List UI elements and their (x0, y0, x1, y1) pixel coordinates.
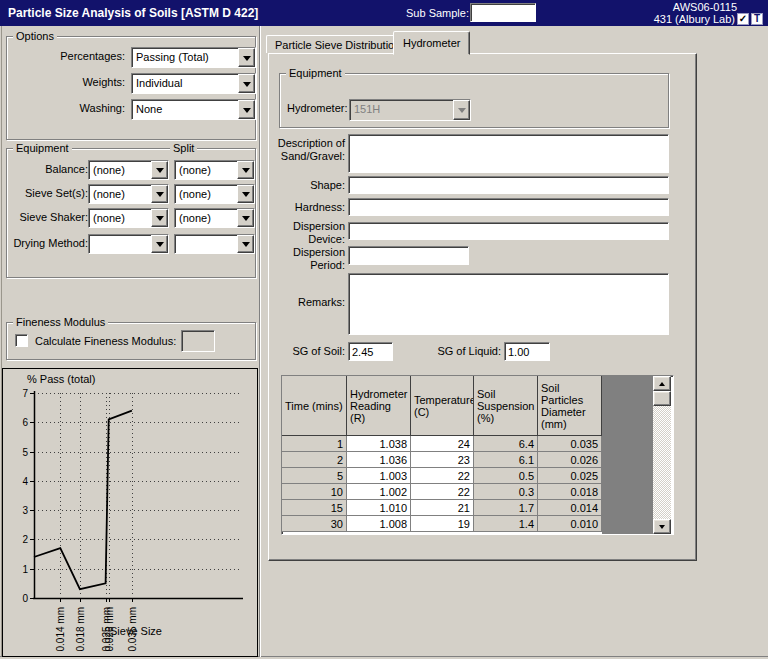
hydrometer-readings-table: Time (mins)Hydrometer Reading (R)Tempera… (281, 375, 674, 535)
table-cell[interactable]: 22 (411, 468, 474, 484)
dropdown-arrow-icon[interactable] (237, 185, 254, 203)
tab-particle-sieve-distribution[interactable]: Particle Sieve Distribution (266, 35, 409, 53)
table-cell: 6.4 (474, 436, 538, 452)
column-header: Soil Suspension (%) (474, 376, 538, 436)
hydrometer-select: 151H (349, 99, 471, 121)
table-cell[interactable]: 21 (411, 500, 474, 516)
hydrometer-table-header: Time (mins)Hydrometer Reading (R)Tempera… (282, 376, 602, 436)
sieve-sets-select[interactable]: (none) (88, 184, 169, 204)
svg-text:Sieve Size: Sieve Size (110, 625, 162, 637)
svg-text:5: 5 (22, 447, 28, 458)
remarks-input[interactable] (348, 273, 669, 335)
dropdown-arrow-icon[interactable] (151, 161, 168, 179)
remarks-label: Remarks: (273, 296, 345, 309)
shape-input[interactable] (348, 176, 669, 194)
balance-split-select[interactable]: (none) (174, 160, 255, 180)
description-label: Description of Sand/Gravel: (273, 137, 345, 163)
drying-method-select[interactable] (88, 234, 169, 254)
table-cell[interactable]: 19 (411, 516, 474, 532)
table-cell: 30 (282, 516, 347, 532)
hardness-input[interactable] (348, 198, 669, 216)
sieve-sets-split-select[interactable]: (none) (174, 184, 255, 204)
sieve-shaker-select[interactable]: (none) (88, 208, 169, 228)
table-cell[interactable]: 1.036 (347, 452, 411, 468)
dropdown-arrow-icon[interactable] (238, 48, 255, 67)
sieve-shaker-label: Sieve Shaker: (9, 211, 88, 224)
svg-text:1: 1 (22, 564, 28, 575)
hydrometer-label: Hydrometer: (287, 102, 351, 115)
drying-method-split-select[interactable] (174, 234, 255, 254)
sg-soil-label: SG of Soil: (279, 345, 345, 358)
dropdown-arrow-icon[interactable] (237, 209, 254, 227)
svg-text:7: 7 (22, 388, 28, 399)
dropdown-arrow-icon[interactable] (238, 100, 255, 119)
panel-divider-highlight (260, 26, 261, 657)
table-cell[interactable]: 1.008 (347, 516, 411, 532)
lab-id-text: 431 (Albury Lab) (654, 13, 735, 25)
dropdown-arrow-icon[interactable] (238, 74, 255, 93)
split-legend: Split (170, 143, 197, 154)
table-cell[interactable]: 1.010 (347, 500, 411, 516)
scrollbar-track[interactable] (653, 406, 671, 519)
column-header: Hydrometer Reading (R) (347, 376, 411, 436)
dispersion-device-input[interactable] (348, 222, 669, 240)
chart-canvas: % Pass (total)012345670.014 mm0.018 mm0.… (3, 369, 257, 658)
checked-checkbox-icon[interactable]: ✓ (737, 13, 749, 25)
dropdown-arrow-icon[interactable] (151, 209, 168, 227)
sieve-sets-value: (none) (89, 185, 151, 203)
dropdown-arrow-icon[interactable] (237, 161, 254, 179)
page-title: Particle Size Analysis of Soils [ASTM D … (8, 6, 258, 20)
description-input[interactable] (348, 134, 669, 173)
table-cell[interactable]: 1.003 (347, 468, 411, 484)
sg-liquid-input[interactable] (504, 342, 550, 361)
table-cell: 6.1 (474, 452, 538, 468)
table-cell: 0.3 (474, 484, 538, 500)
equipment-legend: Equipment (13, 143, 72, 154)
table-cell[interactable]: 1.002 (347, 484, 411, 500)
text-note-icon[interactable]: T (751, 13, 763, 25)
hydrometer-equipment-legend: Equipment (286, 68, 345, 79)
svg-text:6: 6 (22, 417, 28, 428)
table-cell: 15 (282, 500, 347, 516)
table-cell: 0.035 (538, 436, 602, 452)
sg-liquid-label: SG of Liquid: (414, 345, 501, 358)
washing-select[interactable]: None (131, 99, 256, 120)
weights-select[interactable]: Individual (131, 73, 256, 94)
table-cell[interactable]: 23 (411, 452, 474, 468)
percentages-select[interactable]: Passing (Total) (131, 47, 256, 68)
table-cell: 5 (282, 468, 347, 484)
scroll-up-button[interactable] (653, 376, 671, 391)
table-cell[interactable]: 1.038 (347, 436, 411, 452)
table-cell: 0.010 (538, 516, 602, 532)
fineness-groupbox: Fineness Modulus Calculate Fineness Modu… (6, 322, 256, 360)
vertical-scrollbar[interactable] (653, 376, 671, 534)
table-cell: 2 (282, 452, 347, 468)
table-cell[interactable]: 22 (411, 484, 474, 500)
weights-label: Weights: (17, 76, 125, 89)
calculate-fineness-checkbox[interactable] (15, 334, 28, 347)
column-header: Soil Particles Diameter (mm) (538, 376, 602, 436)
scroll-down-button[interactable] (653, 519, 671, 534)
table-cell: 0.5 (474, 468, 538, 484)
sg-soil-input[interactable] (348, 342, 393, 361)
scrollbar-thumb[interactable] (653, 391, 671, 406)
column-header: Time (mins) (282, 376, 347, 436)
dropdown-arrow-icon[interactable] (151, 185, 168, 203)
column-header: Temperature (C) (411, 376, 474, 436)
dropdown-arrow-icon[interactable] (237, 235, 254, 253)
particle-size-analysis-window: Particle Size Analysis of Soils [ASTM D … (0, 0, 768, 659)
dropdown-arrow-icon[interactable] (151, 235, 168, 253)
sub-sample-label: Sub Sample: (406, 7, 469, 19)
weights-value: Individual (132, 74, 238, 93)
balance-value: (none) (89, 161, 151, 179)
tab-hydrometer[interactable]: Hydrometer (393, 31, 470, 55)
washing-value: None (132, 100, 238, 119)
table-filler (602, 376, 653, 534)
hardness-label: Hardness: (273, 201, 345, 214)
balance-select[interactable]: (none) (88, 160, 169, 180)
table-cell[interactable]: 24 (411, 436, 474, 452)
dispersion-period-input[interactable] (348, 246, 469, 265)
sub-sample-input[interactable] (470, 3, 536, 22)
sieve-shaker-split-select[interactable]: (none) (174, 208, 255, 228)
shape-label: Shape: (273, 179, 345, 192)
